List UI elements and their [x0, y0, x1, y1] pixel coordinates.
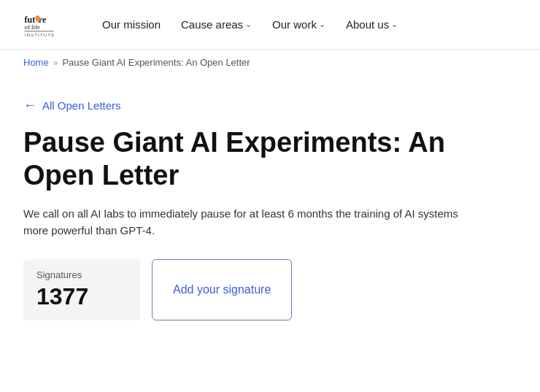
our-work-chevron-icon: ⌄: [319, 20, 325, 29]
logo[interactable]: fut re of life INSTITUTE: [23, 7, 76, 42]
signatures-count: 1377: [36, 283, 120, 310]
about-us-chevron-icon: ⌄: [391, 20, 398, 29]
signatures-row: Signatures 1377 Add your signature: [23, 259, 517, 320]
nav-cause-areas[interactable]: Cause areas ⌄: [181, 18, 252, 31]
cause-areas-chevron-icon: ⌄: [245, 20, 252, 29]
page-subtitle: We call on all AI labs to immediately pa…: [23, 205, 476, 239]
main-content: ← All Open Letters Pause Giant AI Experi…: [0, 75, 540, 350]
nav-about-us[interactable]: About us ⌄: [346, 18, 398, 31]
svg-text:INSTITUTE: INSTITUTE: [25, 33, 55, 37]
signatures-box: Signatures 1377: [23, 259, 140, 320]
main-nav: Our mission Cause areas ⌄ Our work ⌄ Abo…: [102, 18, 398, 31]
breadcrumb-current-page: Pause Giant AI Experiments: An Open Lett…: [62, 57, 250, 68]
add-signature-button[interactable]: Add your signature: [152, 259, 292, 320]
logo-image: fut re of life INSTITUTE: [23, 7, 76, 42]
breadcrumb: Home » Pause Giant AI Experiments: An Op…: [0, 50, 540, 75]
page-title: Pause Giant AI Experiments: An Open Lett…: [23, 126, 490, 192]
signatures-label: Signatures: [36, 269, 120, 280]
svg-text:of life: of life: [25, 23, 40, 31]
breadcrumb-separator: »: [53, 58, 58, 68]
nav-our-work[interactable]: Our work ⌄: [272, 18, 325, 31]
nav-our-mission[interactable]: Our mission: [102, 18, 161, 31]
breadcrumb-home[interactable]: Home: [23, 57, 49, 68]
back-to-open-letters[interactable]: ← All Open Letters: [23, 99, 517, 112]
back-arrow-icon: ←: [23, 99, 36, 112]
site-header: fut re of life INSTITUTE Our mission Cau…: [0, 0, 540, 50]
